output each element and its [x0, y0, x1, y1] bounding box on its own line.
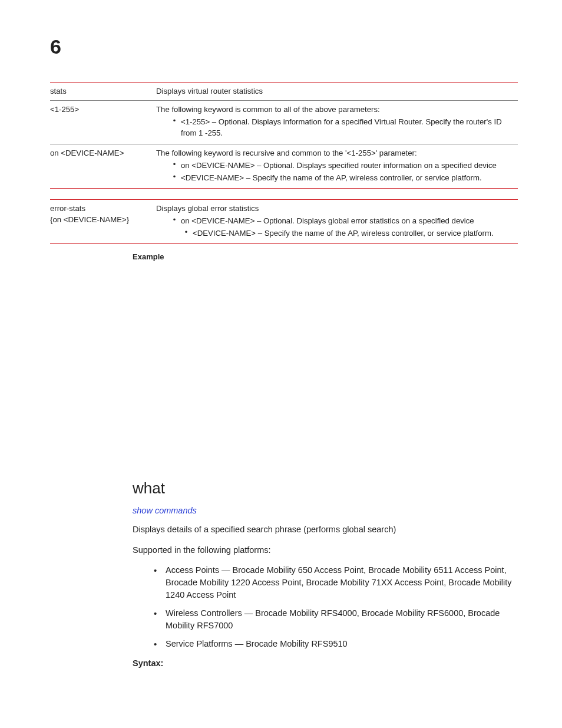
bullet-text: on <DEVICE-NAME> – Optional. Displays sp… — [181, 160, 514, 171]
table-row: on <DEVICE-NAME> The following keyword i… — [50, 144, 518, 189]
param-key: stats — [50, 83, 156, 101]
param-key: <1-255> — [50, 101, 156, 144]
bullet-text: on <DEVICE-NAME> – Optional. Displays gl… — [181, 215, 514, 226]
section-paragraph: Displays details of a specified search p… — [133, 523, 518, 535]
bullet-text: <DEVICE-NAME> – Specify the name of the … — [193, 228, 514, 239]
bullet-text: <1-255> – Optional. Displays information… — [181, 116, 514, 139]
param-desc: Displays virtual router statistics — [156, 83, 518, 101]
command-section: what show commands Displays details of a… — [133, 479, 518, 668]
param-desc-text: Displays global error statistics — [156, 203, 514, 214]
param-desc: The following keyword is common to all o… — [156, 101, 518, 144]
list-item: Access Points — Brocade Mobility 650 Acc… — [133, 564, 518, 601]
parameters-table-2: error-stats {on <DEVICE-NAME>} Displays … — [50, 199, 518, 244]
param-key: error-stats {on <DEVICE-NAME>} — [50, 200, 156, 244]
bullet-icon: • — [168, 172, 181, 182]
syntax-heading: Syntax: — [133, 658, 518, 668]
param-key-line: {on <DEVICE-NAME>} — [50, 214, 153, 225]
param-desc: The following keyword is recursive and c… — [156, 144, 518, 189]
table-row: stats Displays virtual router statistics — [50, 83, 518, 101]
example-heading: Example — [133, 252, 518, 261]
parameters-table-1: stats Displays virtual router statistics… — [50, 82, 518, 189]
param-key: on <DEVICE-NAME> — [50, 144, 156, 189]
related-link[interactable]: show commands — [133, 506, 518, 515]
bullet-icon: • — [168, 215, 181, 225]
bullet-icon: • — [168, 116, 181, 126]
table-row: error-stats {on <DEVICE-NAME>} Displays … — [50, 200, 518, 244]
bullet-text: <DEVICE-NAME> – Specify the name of the … — [181, 172, 514, 183]
chapter-number: 6 — [50, 35, 518, 58]
platforms-list: Access Points — Brocade Mobility 650 Acc… — [133, 564, 518, 650]
bullet-icon: • — [168, 160, 181, 170]
list-item: Wireless Controllers — Brocade Mobility … — [133, 607, 518, 632]
param-key-line: error-stats — [50, 203, 153, 214]
param-desc-text: The following keyword is recursive and c… — [156, 147, 514, 159]
list-item: Service Platforms — Brocade Mobility RFS… — [133, 638, 518, 650]
param-desc: Displays global error statistics • on <D… — [156, 200, 518, 244]
param-desc-text: The following keyword is common to all o… — [156, 104, 514, 115]
table-row: <1-255> The following keyword is common … — [50, 101, 518, 144]
param-desc-text: Displays virtual router statistics — [156, 87, 263, 95]
section-title: what — [133, 479, 518, 498]
bullet-icon: • — [180, 228, 193, 238]
section-paragraph: Supported in the following platforms: — [133, 544, 518, 556]
